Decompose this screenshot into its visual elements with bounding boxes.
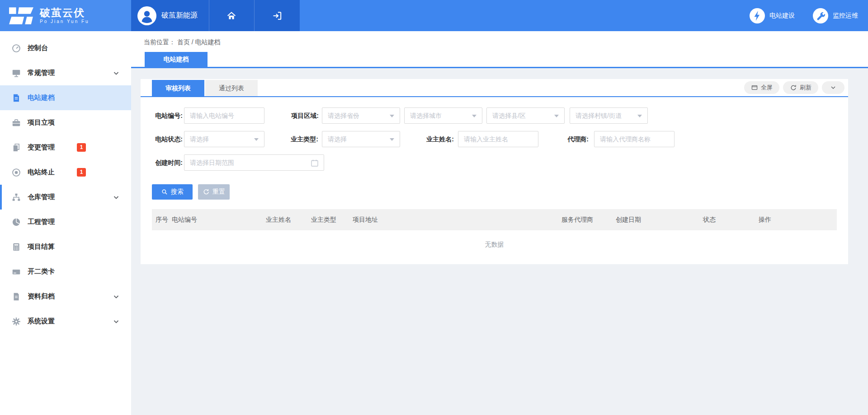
company-name: 破茧新能源	[161, 11, 198, 20]
sidebar-item-data-archive[interactable]: 资料归档	[0, 284, 131, 309]
sidebar-item-label: 常规管理	[28, 69, 55, 77]
refresh-button[interactable]: 刷新	[783, 81, 818, 94]
column-header-status: 状态	[703, 209, 716, 230]
station-status-label: 电站状态:	[152, 131, 183, 147]
brand-text: 破茧云伏 Po Jian Yun Fu	[40, 7, 90, 24]
sidebar-item-label: 电站终止	[28, 168, 55, 177]
chevron-down-icon	[113, 318, 119, 325]
sidebar-item-project-initiation[interactable]: 项目立项	[0, 110, 131, 135]
top-header: 破茧云伏 Po Jian Yun Fu 破茧新能源	[0, 0, 868, 31]
list-tabbar: 审核列表 通过列表	[141, 80, 848, 97]
lightning-icon	[750, 8, 765, 23]
column-header-owner-name: 业主姓名	[266, 209, 291, 230]
search-label: 搜索	[171, 188, 184, 196]
column-header-actions: 操作	[759, 209, 771, 230]
chevron-down-icon	[113, 294, 119, 300]
owner-type-placeholder: 请选择	[322, 131, 400, 147]
sidebar-item-project-settlement[interactable]: 项目结算	[0, 234, 131, 259]
sidebar-item-general-management[interactable]: 常规管理	[0, 61, 131, 85]
village-select[interactable]: 请选择村镇/街道	[570, 107, 648, 124]
brand-logo[interactable]: 破茧云伏 Po Jian Yun Fu	[0, 0, 131, 31]
reset-icon	[203, 188, 210, 196]
sidebar-item-warehouse-management[interactable]: 仓库管理	[0, 185, 131, 210]
module-monitoring-ops[interactable]: 监控运维	[813, 8, 858, 23]
sidebar-item-station-termination[interactable]: 电站终止 1	[0, 160, 131, 185]
header-modules: 电站建设 监控运维	[750, 0, 868, 31]
station-status-placeholder: 请选择	[184, 131, 264, 147]
caret-down-icon	[472, 115, 476, 117]
search-icon	[161, 188, 168, 196]
avatar	[137, 6, 156, 25]
sign-in-icon	[272, 10, 283, 21]
sidebar-item-label: 工程管理	[28, 218, 55, 226]
sidebar-item-console[interactable]: 控制台	[0, 36, 131, 61]
piechart-icon	[11, 217, 21, 227]
breadcrumb: 当前位置： 首页 / 电站建档	[144, 38, 221, 47]
agent-input[interactable]	[594, 131, 675, 147]
sidebar-item-label: 电站建档	[28, 93, 55, 102]
sidebar-item-engineering-management[interactable]: 工程管理	[0, 210, 131, 234]
panel-tools: 全屏 刷新	[744, 81, 844, 94]
owner-type-select[interactable]: 请选择	[322, 131, 400, 147]
reset-button[interactable]: 重置	[198, 184, 230, 200]
sidebar-item-open-class2-card[interactable]: 开二类卡	[0, 259, 131, 284]
dashboard-icon	[11, 43, 21, 53]
reset-label: 重置	[212, 188, 225, 196]
page-tab-station-filing[interactable]: 电站建档	[145, 52, 208, 67]
tab-review-list[interactable]: 审核列表	[152, 80, 204, 96]
owner-name-label: 业主姓名:	[422, 131, 454, 147]
breadcrumb-path[interactable]: 首页 / 电站建档	[177, 38, 221, 46]
briefcase-icon	[11, 118, 21, 128]
sidebar-item-label: 项目结算	[28, 242, 55, 251]
column-header-owner-type: 业主类型	[311, 209, 336, 230]
brand-mark-icon	[8, 5, 34, 26]
table-header-row: 序号 电站编号 业主姓名 业主类型 项目地址 服务代理商 创建日期 状态 操作	[152, 209, 837, 230]
logout-button[interactable]	[254, 0, 300, 31]
station-code-label: 电站编号:	[152, 107, 183, 124]
county-select[interactable]: 请选择县/区	[486, 107, 565, 124]
main-content: 当前位置： 首页 / 电站建档 电站建档 审核列表 通过列表 全屏 刷新	[131, 31, 868, 415]
sidebar-item-label: 仓库管理	[28, 193, 55, 201]
table-empty-state: 无数据	[152, 230, 837, 258]
province-select[interactable]: 请选择省份	[322, 107, 400, 124]
chevron-down-icon	[113, 70, 119, 76]
project-region-label: 项目区域:	[288, 107, 319, 124]
sidebar-item-label: 开二类卡	[28, 267, 55, 276]
sidebar-item-change-management[interactable]: 变更管理 1	[0, 135, 131, 160]
caret-down-icon	[390, 138, 394, 141]
archive-icon	[11, 292, 21, 302]
user-profile[interactable]: 破茧新能源	[131, 0, 209, 31]
gear-icon	[11, 317, 21, 326]
station-filing-panel: 审核列表 通过列表 全屏 刷新 电站编号: 项目区域:	[141, 79, 848, 264]
record-icon	[11, 168, 21, 177]
calculator-icon	[11, 242, 21, 252]
module-station-construction[interactable]: 电站建设	[750, 8, 795, 23]
date-range-picker[interactable]: 请选择日期范围	[184, 154, 324, 171]
module-label: 监控运维	[833, 12, 858, 20]
station-status-select[interactable]: 请选择	[184, 131, 264, 147]
owner-name-input[interactable]	[458, 131, 538, 147]
notification-badge: 1	[77, 168, 86, 177]
monitor-icon	[11, 68, 21, 78]
home-button[interactable]	[209, 0, 255, 31]
search-button[interactable]: 搜索	[152, 184, 193, 200]
tab-passed-list[interactable]: 通过列表	[205, 80, 258, 96]
caret-down-icon	[390, 115, 394, 117]
collapse-button[interactable]	[822, 81, 844, 94]
sidebar-item-system-settings[interactable]: 系统设置	[0, 309, 131, 334]
sidebar-item-label: 资料归档	[28, 292, 55, 301]
brand-subtitle: Po Jian Yun Fu	[40, 19, 90, 24]
sidebar-item-station-filing[interactable]: 电站建档	[0, 85, 131, 110]
city-select-placeholder: 请选择城市	[405, 108, 482, 123]
city-select[interactable]: 请选择城市	[404, 107, 482, 124]
agent-label: 代理商:	[564, 131, 589, 147]
brand-title: 破茧云伏	[40, 7, 90, 19]
refresh-label: 刷新	[800, 84, 811, 92]
chevron-down-icon	[830, 84, 837, 91]
column-header-project-address: 项目地址	[353, 209, 378, 230]
notification-badge: 1	[77, 143, 86, 152]
document-icon	[11, 93, 21, 103]
station-code-input[interactable]	[184, 107, 264, 124]
fullscreen-button[interactable]: 全屏	[744, 81, 779, 94]
fullscreen-icon	[751, 84, 758, 91]
